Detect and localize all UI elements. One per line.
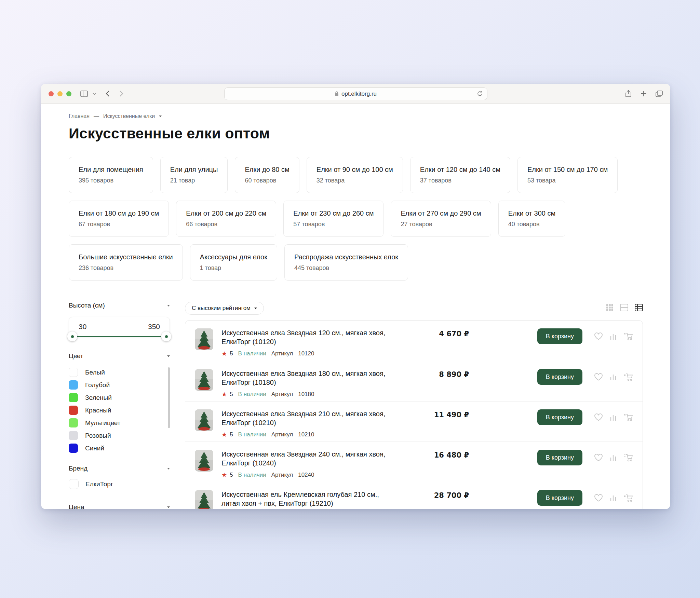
range-handle-max[interactable] (161, 331, 171, 341)
compare-bars-icon[interactable] (610, 494, 617, 502)
quick-order-cart-icon[interactable] (623, 413, 633, 422)
category-card[interactable]: Елки от 150 см до 170 см 53 товара (517, 157, 618, 193)
category-card[interactable]: Распродажа искусственных елок 445 товаро… (284, 244, 408, 281)
zoom-window-button[interactable] (66, 91, 71, 96)
color-option[interactable]: Мультицвет (69, 417, 164, 429)
category-card[interactable]: Елки от 90 см до 100 см 32 товара (307, 157, 403, 193)
add-to-cart-button[interactable]: В корзину (537, 369, 582, 385)
product-thumbnail[interactable] (195, 450, 213, 472)
category-card[interactable]: Ели для улицы 21 товар (160, 157, 228, 193)
range-handle-min[interactable] (67, 331, 77, 341)
new-tab-icon[interactable] (641, 91, 647, 97)
category-card-title: Елки от 230 см до 260 см (293, 209, 374, 217)
breadcrumb-chevron-icon[interactable] (159, 115, 162, 117)
reload-icon[interactable] (477, 91, 483, 97)
height-max-value[interactable]: 350 (148, 323, 160, 331)
height-min-value[interactable]: 30 (79, 323, 86, 331)
color-option[interactable]: Синий (69, 442, 164, 454)
quick-order-cart-icon[interactable] (623, 494, 633, 502)
product-price: 4 670 ₽ (401, 330, 469, 338)
color-swatch[interactable] (69, 380, 78, 390)
brand-checkbox[interactable] (69, 479, 79, 489)
stock-status: В наличии (238, 472, 266, 478)
view-grid-icon[interactable] (606, 304, 614, 313)
breadcrumb-home-link[interactable]: Главная (69, 113, 90, 119)
category-card-title: Ели для помещения (79, 166, 143, 174)
category-card[interactable]: Елки от 270 см до 290 см 27 товаров (391, 201, 491, 237)
product-title-link[interactable]: Искусственная елка Звездная 210 см., мяг… (221, 409, 392, 427)
favorite-heart-icon[interactable] (594, 453, 603, 462)
product-price: 11 490 ₽ (401, 411, 469, 419)
category-card-count: 53 товара (527, 177, 608, 184)
back-button[interactable] (106, 90, 110, 97)
category-card[interactable]: Большие искусственные елки 236 товаров (69, 244, 183, 281)
category-card-title: Большие искусственные елки (79, 253, 173, 261)
address-bar[interactable]: opt.elkitorg.ru (224, 87, 487, 100)
color-option[interactable]: Белый (69, 366, 164, 379)
color-option[interactable]: Голубой (69, 379, 164, 391)
quick-order-cart-icon[interactable] (623, 373, 633, 381)
product-thumbnail[interactable] (195, 328, 213, 350)
category-card[interactable]: Ели для помещения 395 товаров (69, 157, 153, 193)
product-rating: 5 (230, 350, 233, 357)
favorite-heart-icon[interactable] (594, 332, 603, 340)
forward-button[interactable] (119, 90, 123, 97)
color-swatch[interactable] (69, 431, 78, 440)
category-card[interactable]: Елки от 230 см до 260 см 57 товаров (283, 201, 383, 237)
category-card[interactable]: Елки от 200 см до 220 см 66 товаров (176, 201, 276, 237)
color-swatch[interactable] (69, 368, 78, 377)
add-to-cart-button[interactable]: В корзину (537, 450, 582, 465)
category-card[interactable]: Елки до 80 см 60 товаров (235, 157, 299, 193)
filter-height-header[interactable]: Высота (см) (69, 302, 170, 309)
sku-value: 10210 (298, 431, 314, 438)
share-icon[interactable] (625, 90, 632, 97)
close-window-button[interactable] (49, 91, 54, 96)
product-title-link[interactable]: Искусственная ель Кремлевская голубая 21… (221, 490, 392, 508)
add-to-cart-button[interactable]: В корзину (537, 409, 582, 425)
filter-brand-header[interactable]: Бренд (69, 465, 170, 472)
product-title-link[interactable]: Искусственная елка Звездная 240 см., мяг… (221, 450, 392, 468)
sort-dropdown[interactable]: С высоким рейтингом (185, 302, 264, 315)
breadcrumb-current-link[interactable]: Искусственные елки (103, 113, 155, 119)
product-thumbnail[interactable] (195, 369, 213, 391)
color-swatch[interactable] (69, 406, 78, 415)
view-rows-icon[interactable] (620, 304, 628, 313)
view-table-icon[interactable] (635, 304, 643, 313)
filter-price-header[interactable]: Цена (69, 503, 170, 509)
product-rating: 5 (230, 431, 233, 438)
sidebar-toggle-icon[interactable] (80, 91, 88, 97)
compare-bars-icon[interactable] (610, 453, 617, 462)
category-card[interactable]: Елки от 180 см до 190 см 67 товаров (69, 201, 169, 237)
quick-order-cart-icon[interactable] (623, 453, 633, 462)
favorite-heart-icon[interactable] (594, 373, 603, 381)
color-option[interactable]: Красный (69, 404, 164, 417)
category-row: Ели для помещения 395 товаров Ели для ул… (69, 157, 643, 193)
category-card[interactable]: Елки от 120 см до 140 см 37 товаров (410, 157, 510, 193)
favorite-heart-icon[interactable] (594, 494, 603, 502)
color-option-label: Голубой (85, 381, 110, 389)
compare-bars-icon[interactable] (610, 332, 617, 340)
product-thumbnail[interactable] (195, 490, 213, 509)
quick-order-cart-icon[interactable] (623, 332, 633, 341)
filter-color-header[interactable]: Цвет (69, 352, 170, 360)
filter-scrollbar[interactable] (168, 367, 170, 428)
color-option[interactable]: Зеленый (69, 391, 164, 404)
category-card[interactable]: Елки от 300 см 40 товаров (498, 201, 566, 237)
favorite-heart-icon[interactable] (594, 413, 603, 421)
compare-bars-icon[interactable] (610, 373, 617, 381)
minimize-window-button[interactable] (57, 91, 63, 96)
product-title-link[interactable]: Искусственная елка Звездная 120 см., мяг… (221, 328, 392, 346)
sidebar-chevron-icon[interactable] (93, 93, 96, 95)
brand-option[interactable]: ЕлкиТорг (69, 479, 170, 489)
color-option[interactable]: Розовый (69, 429, 164, 442)
tab-overview-icon[interactable] (656, 91, 663, 97)
compare-bars-icon[interactable] (610, 413, 617, 421)
color-swatch[interactable] (69, 444, 78, 453)
color-swatch[interactable] (69, 418, 78, 427)
category-card[interactable]: Аксессуары для елок 1 товар (190, 244, 277, 281)
add-to-cart-button[interactable]: В корзину (537, 490, 582, 506)
product-thumbnail[interactable] (195, 409, 213, 431)
color-swatch[interactable] (69, 393, 78, 402)
product-title-link[interactable]: Искусственная елка Звездная 180 см., мяг… (221, 369, 392, 387)
add-to-cart-button[interactable]: В корзину (537, 328, 582, 344)
